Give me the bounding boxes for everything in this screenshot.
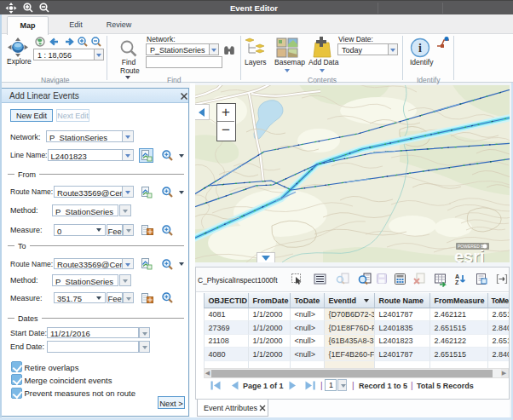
svg-text:Z: Z: [455, 279, 459, 285]
svg-text:A: A: [455, 273, 459, 279]
svg-text:i: i: [418, 42, 422, 55]
svg-text:esri: esri: [454, 247, 485, 262]
